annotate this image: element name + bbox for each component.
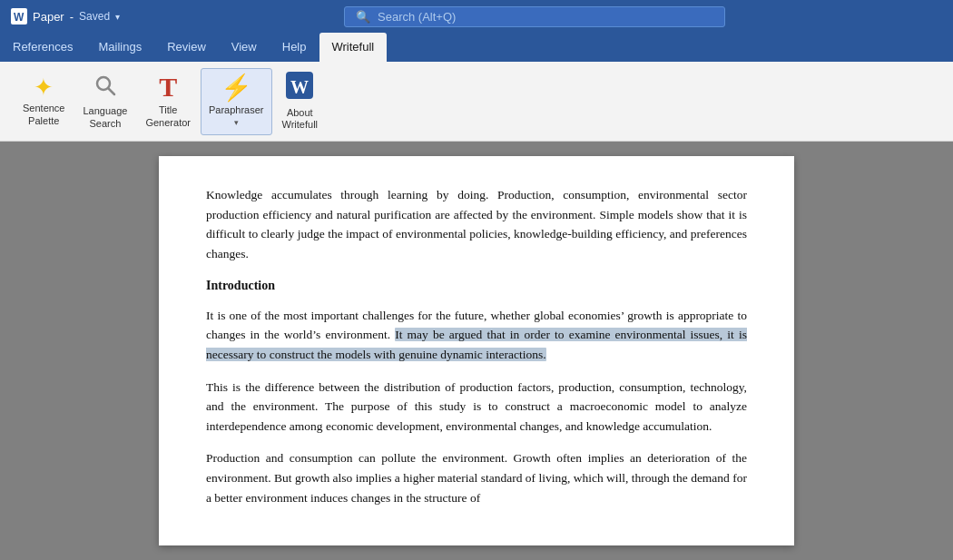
search-icon: 🔍 xyxy=(356,10,370,24)
paragraph-3: This is the difference between the distr… xyxy=(206,378,747,437)
sentence-palette-icon: ✦ xyxy=(34,75,54,99)
language-search-button[interactable]: LanguageSearch xyxy=(74,68,135,135)
document-area: Knowledge accumulates through learning b… xyxy=(0,142,953,560)
saved-status: Saved xyxy=(79,10,110,23)
title-generator-button[interactable]: T TitleGenerator xyxy=(137,68,199,135)
tab-writefull[interactable]: Writefull xyxy=(319,33,388,62)
search-wrapper[interactable]: 🔍 xyxy=(344,6,725,27)
svg-line-3 xyxy=(108,89,114,95)
ribbon-group-writefull: ✦ SentencePalette LanguageSearch T Title… xyxy=(7,65,333,137)
word-doc-icon: W xyxy=(11,8,27,25)
about-writefull-button[interactable]: W AboutWritefull xyxy=(274,68,327,135)
paragraph-2: It is one of the most important challeng… xyxy=(206,306,747,365)
sentence-palette-button[interactable]: ✦ SentencePalette xyxy=(15,68,73,135)
tab-mailings[interactable]: Mailings xyxy=(85,33,154,62)
language-search-icon xyxy=(93,73,118,102)
title-generator-label: TitleGenerator xyxy=(145,104,191,128)
tab-help[interactable]: Help xyxy=(270,33,319,62)
sentence-palette-label: SentencePalette xyxy=(23,103,64,126)
title-dropdown-arrow[interactable]: ▾ xyxy=(115,12,120,22)
paraphraser-icon: ⚡ xyxy=(221,75,252,101)
paraphraser-button[interactable]: ⚡ Paraphraser ▾ xyxy=(201,68,272,135)
title-generator-icon: T xyxy=(159,74,177,101)
svg-text:W: W xyxy=(290,77,309,97)
svg-text:W: W xyxy=(14,11,25,24)
ribbon-tabs: References Mailings Review View Help Wri… xyxy=(0,33,953,62)
language-search-label: LanguageSearch xyxy=(83,105,127,129)
doc-title: Paper xyxy=(33,10,64,24)
search-input[interactable] xyxy=(378,10,713,24)
tab-references[interactable]: References xyxy=(0,33,85,62)
title-bar-left: W Paper - Saved ▾ xyxy=(11,8,120,25)
title-bar: W Paper - Saved ▾ 🔍 xyxy=(0,0,953,33)
paraphraser-label: Paraphraser xyxy=(209,104,264,116)
ribbon: ✦ SentencePalette LanguageSearch T Title… xyxy=(0,62,953,142)
heading-introduction: Introduction xyxy=(206,276,747,296)
about-writefull-label: AboutWritefull xyxy=(282,107,319,131)
tab-review[interactable]: Review xyxy=(154,33,219,62)
paragraph-4: Production and consumption can pollute t… xyxy=(206,448,747,507)
tab-view[interactable]: View xyxy=(219,33,270,62)
document-page[interactable]: Knowledge accumulates through learning b… xyxy=(159,156,794,545)
about-writefull-icon: W xyxy=(286,72,313,103)
paraphraser-chevron: ▾ xyxy=(234,118,239,127)
title-search-bar: 🔍 xyxy=(127,6,942,27)
paragraph-1: Knowledge accumulates through learning b… xyxy=(206,185,747,263)
